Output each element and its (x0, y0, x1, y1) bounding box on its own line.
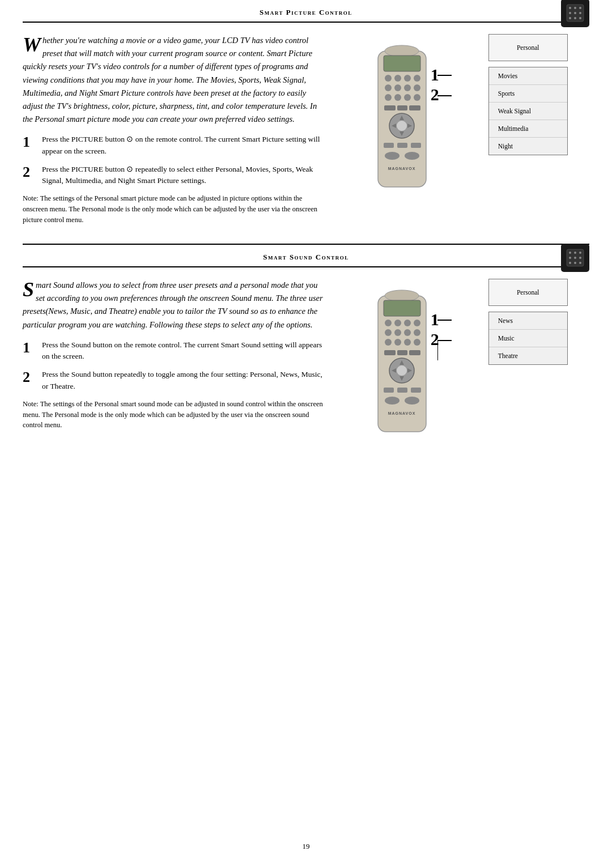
picture-intro: Whether you're watching a movie or a vid… (23, 34, 325, 126)
svg-rect-36 (411, 143, 421, 148)
picture-step-2-text: Press the PICTURE button ⊙ repeatedly to… (42, 164, 325, 187)
picture-menu-item-sports: Sports (489, 85, 567, 103)
svg-rect-34 (384, 143, 394, 148)
picture-step-1: 1 Press the PICTURE button ⊙ on the remo… (23, 134, 325, 157)
svg-point-62 (394, 339, 401, 346)
svg-point-29 (397, 121, 407, 131)
sound-step-1: 1 Press the Sound button on the remote c… (23, 339, 325, 363)
picture-drop-cap: W (23, 36, 41, 54)
svg-rect-65 (384, 350, 396, 355)
svg-point-60 (414, 329, 420, 336)
svg-point-57 (385, 329, 392, 336)
svg-point-8 (574, 17, 576, 19)
smart-sound-section: Smart Sound Control (0, 245, 612, 477)
page: Smart Picture Control (0, 0, 612, 868)
svg-point-4 (569, 12, 571, 14)
svg-point-77 (385, 397, 400, 405)
sound-intro: Smart Sound allows you to select from th… (23, 279, 325, 331)
svg-point-11 (385, 45, 419, 57)
svg-point-16 (414, 75, 420, 82)
picture-step-1-number: 1 (23, 134, 35, 150)
picture-menu-item-night: Night (489, 138, 567, 155)
svg-point-61 (385, 339, 392, 346)
svg-point-63 (404, 339, 411, 346)
svg-point-23 (404, 94, 411, 101)
picture-menu-personal-box: Personal (488, 34, 568, 61)
svg-point-48 (574, 262, 576, 264)
svg-point-78 (405, 397, 419, 405)
svg-point-21 (385, 94, 392, 101)
sound-step-1-number: 1 (23, 339, 35, 355)
svg-point-13 (385, 75, 392, 82)
svg-point-44 (569, 257, 571, 259)
svg-point-37 (385, 152, 400, 160)
svg-rect-74 (384, 388, 394, 393)
picture-note: Note: The settings of the Personal smart… (23, 193, 325, 225)
svg-point-1 (569, 7, 571, 9)
sound-menu-item-news: News (489, 312, 567, 330)
speaker-grid-icon (566, 3, 585, 23)
svg-rect-25 (384, 105, 396, 110)
sound-section-icon (561, 244, 589, 272)
svg-rect-12 (384, 56, 420, 71)
svg-point-7 (569, 17, 571, 19)
svg-point-17 (385, 84, 392, 91)
svg-point-24 (414, 94, 420, 101)
svg-point-15 (404, 75, 411, 82)
svg-text:MAGNAVOX: MAGNAVOX (388, 411, 415, 415)
svg-text:MAGNAVOX: MAGNAVOX (388, 167, 415, 171)
sound-steps: 1 Press the Sound button on the remote c… (23, 339, 325, 392)
picture-diagram-col: MAGNAVOX 1 2 Personal Movies (342, 34, 590, 227)
svg-point-64 (414, 339, 420, 346)
svg-rect-67 (409, 350, 420, 355)
sound-intro-text: mart Sound allows you to select from thr… (23, 280, 323, 329)
sound-remote-svg: MAGNAVOX (369, 284, 435, 443)
sound-content-row: Smart Sound allows you to select from th… (0, 267, 612, 477)
sound-speaker-icon (566, 248, 585, 267)
picture-menu-panel: Movies Sports Weak Signal Multimedia Nig… (488, 67, 568, 155)
sound-step-2-text: Press the Sound button repeatedly to tog… (42, 369, 325, 392)
picture-intro-text: hether you're watching a movie or a vide… (23, 36, 317, 124)
svg-point-18 (394, 84, 401, 91)
picture-menu-item-movies: Movies (489, 67, 567, 85)
svg-point-42 (574, 252, 576, 254)
svg-point-2 (574, 7, 576, 9)
svg-point-6 (579, 12, 581, 14)
page-number: 19 (297, 836, 316, 857)
svg-point-14 (394, 75, 401, 82)
svg-point-49 (579, 262, 581, 264)
svg-point-22 (394, 94, 401, 101)
sound-menu-panel: News Music Theatre (488, 312, 568, 365)
svg-point-51 (385, 290, 419, 301)
picture-remote-svg: MAGNAVOX (369, 40, 435, 198)
svg-point-55 (404, 320, 411, 326)
svg-point-59 (404, 329, 411, 336)
sound-step-2: 2 Press the Sound button repeatedly to t… (23, 369, 325, 392)
svg-rect-66 (397, 350, 407, 355)
sound-menu-personal-box: Personal (488, 279, 568, 306)
svg-point-19 (404, 84, 411, 91)
picture-step-2-number: 2 (23, 164, 35, 180)
sound-step-1-text: Press the Sound button on the remote con… (42, 339, 325, 363)
sound-menu-item-theatre: Theatre (489, 347, 567, 364)
picture-section-icon (561, 0, 589, 27)
picture-section-title: Smart Picture Control (23, 8, 589, 17)
sound-menu-item-music: Music (489, 330, 567, 347)
svg-point-58 (394, 329, 401, 336)
svg-point-3 (579, 7, 581, 9)
picture-menu-item-weaksignal: Weak Signal (489, 103, 567, 120)
svg-rect-52 (384, 300, 420, 316)
picture-text-col: Whether you're watching a movie or a vid… (23, 34, 325, 227)
svg-point-69 (397, 365, 407, 376)
sound-remote: MAGNAVOX (369, 284, 435, 445)
svg-point-46 (579, 257, 581, 259)
svg-point-5 (574, 12, 576, 14)
smart-picture-section: Smart Picture Control (0, 0, 612, 232)
sound-section-title: Smart Sound Control (23, 253, 589, 262)
svg-rect-35 (397, 143, 407, 148)
picture-diagram: MAGNAVOX 1 2 Personal Movies (364, 34, 568, 227)
picture-step-2: 2 Press the PICTURE button ⊙ repeatedly … (23, 164, 325, 187)
svg-point-45 (574, 257, 576, 259)
svg-rect-76 (411, 388, 421, 393)
svg-rect-27 (409, 105, 420, 110)
